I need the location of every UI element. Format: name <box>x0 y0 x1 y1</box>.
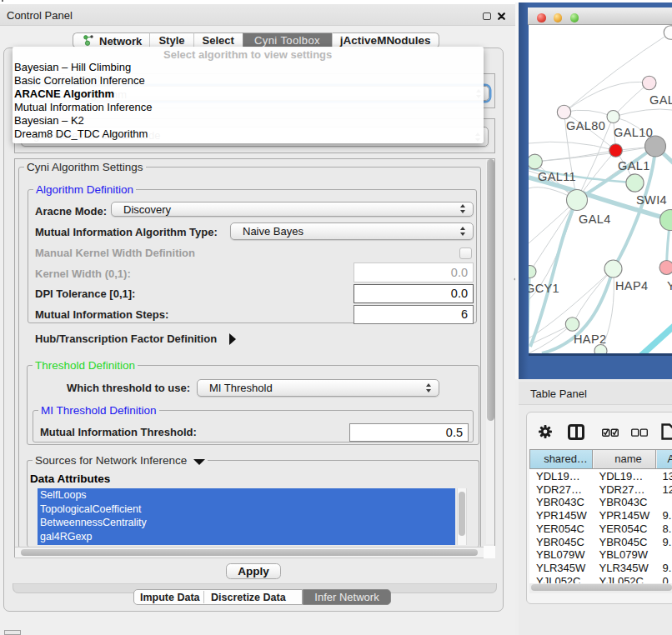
svg-text:HAP2: HAP2 <box>574 332 606 346</box>
svg-text:Y: Y <box>667 279 672 292</box>
svg-text:GAL80: GAL80 <box>566 119 605 132</box>
svg-text:GAL10: GAL10 <box>614 126 653 139</box>
svg-text:GAL4: GAL4 <box>579 212 611 226</box>
svg-text:GAL2: GAL2 <box>649 93 672 107</box>
svg-text:GAL11: GAL11 <box>538 170 576 183</box>
svg-text:SWI4: SWI4 <box>636 193 667 207</box>
svg-text:HAP4: HAP4 <box>615 279 648 292</box>
svg-text:GAL1: GAL1 <box>618 159 650 172</box>
svg-text:GCY1: GCY1 <box>529 282 559 295</box>
